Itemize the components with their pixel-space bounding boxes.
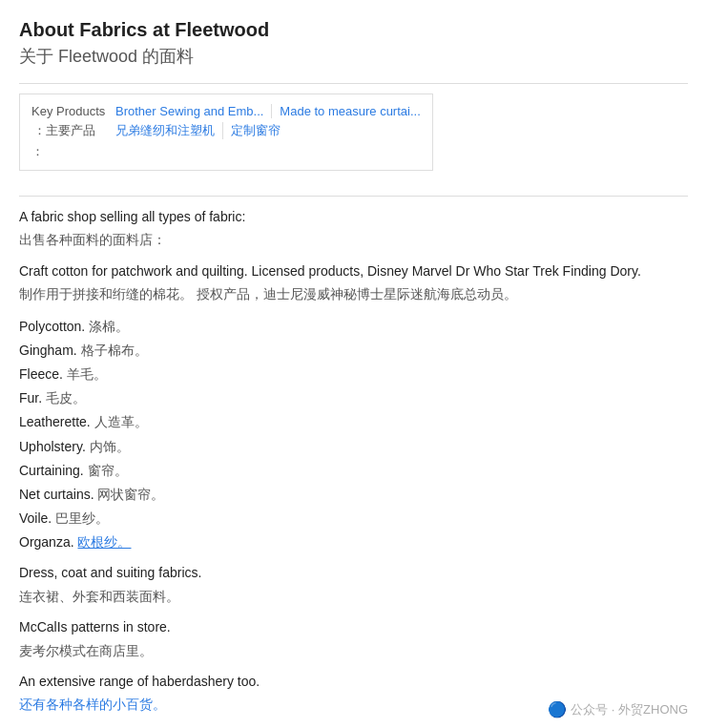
content-section: A fabric shop selling all types of fabri… bbox=[19, 206, 688, 716]
fabric-item-2-zh: 羊毛。 bbox=[67, 366, 107, 382]
fabric-item-5-en: Upholstery. bbox=[19, 439, 90, 454]
kp-link-curtain-zh[interactable]: 定制窗帘 bbox=[231, 122, 281, 139]
fabric-item-4-zh: 人造革。 bbox=[94, 414, 148, 429]
haberdashery-en: An extensive range of haberdashery too. bbox=[19, 671, 688, 692]
fabric-item-3-zh: 毛皮。 bbox=[46, 390, 86, 406]
kp-link-curtain-en[interactable]: Made to measure curtai... bbox=[280, 104, 420, 118]
divider-top bbox=[19, 83, 688, 84]
fabric-item-8-zh: 巴里纱。 bbox=[55, 510, 109, 526]
mccalls-en: McCalIs patterns in store. bbox=[19, 616, 688, 637]
intro-en: A fabric shop selling all types of fabri… bbox=[19, 206, 688, 227]
craft-en: Craft cotton for patchwork and quilting.… bbox=[19, 260, 688, 281]
watermark: 🔵 公众号 · 外贸ZHONG bbox=[548, 700, 688, 718]
haberdashery-zh-link[interactable]: 还有各种各样的小百货。 bbox=[19, 697, 166, 712]
fabric-item-9-zh: 欧根纱。 bbox=[77, 534, 131, 550]
fabric-item-7-en: Net curtains. bbox=[19, 487, 97, 502]
dress-zh: 连衣裙、外套和西装面料。 bbox=[19, 586, 688, 607]
kp-link-brother-zh[interactable]: 兄弟缝纫和注塑机 bbox=[115, 122, 215, 139]
fabric-item-3-en: Fur. bbox=[19, 390, 46, 406]
fabric-item-5-zh: 内饰。 bbox=[90, 439, 130, 454]
dress-en: Dress, coat and suiting fabrics. bbox=[19, 562, 688, 583]
key-products-box: Key Products Brother Sewing and Emb... M… bbox=[19, 94, 433, 171]
title-zh: 关于 Fleetwood 的面料 bbox=[19, 45, 688, 68]
fabric-item-1-en: Gingham. bbox=[19, 343, 81, 358]
craft-zh: 制作用于拼接和绗缝的棉花。 授权产品，迪士尼漫威神秘博士星际迷航海底总动员。 bbox=[19, 283, 688, 304]
kp-link-brother-en[interactable]: Brother Sewing and Emb... bbox=[115, 104, 263, 118]
divider-middle bbox=[19, 196, 688, 197]
watermark-text: 公众号 · 外贸ZHONG bbox=[571, 701, 688, 718]
fabric-item-0-zh: 涤棉。 bbox=[89, 319, 129, 334]
fabric-item-8-en: Voile. bbox=[19, 510, 55, 526]
mccalls-zh: 麦考尔模式在商店里。 bbox=[19, 640, 688, 661]
title-en: About Fabrics at Fleetwood bbox=[19, 19, 688, 41]
key-products-colon: ： bbox=[31, 143, 108, 160]
fabric-item-2-en: Fleece. bbox=[19, 366, 67, 382]
fabric-list-en: Polycotton. 涤棉。 Gingham. 格子棉布。 Fleece. 羊… bbox=[19, 315, 688, 555]
fabric-item-0-en: Polycotton. bbox=[19, 319, 89, 334]
fabric-item-9-en: Organza. bbox=[19, 534, 77, 550]
fabric-item-4-en: Leatherette. bbox=[19, 414, 94, 429]
wx-icon: 🔵 bbox=[548, 700, 567, 718]
fabric-item-6-en: Curtaining. bbox=[19, 463, 88, 478]
key-products-label-zh: ：主要产品 bbox=[31, 122, 108, 139]
fabric-item-1-zh: 格子棉布。 bbox=[81, 343, 148, 358]
intro-zh: 出售各种面料的面料店： bbox=[19, 229, 688, 250]
fabric-item-7-zh: 网状窗帘。 bbox=[97, 487, 164, 502]
fabric-item-6-zh: 窗帘。 bbox=[88, 463, 128, 478]
key-products-label-en: Key Products bbox=[31, 104, 108, 118]
